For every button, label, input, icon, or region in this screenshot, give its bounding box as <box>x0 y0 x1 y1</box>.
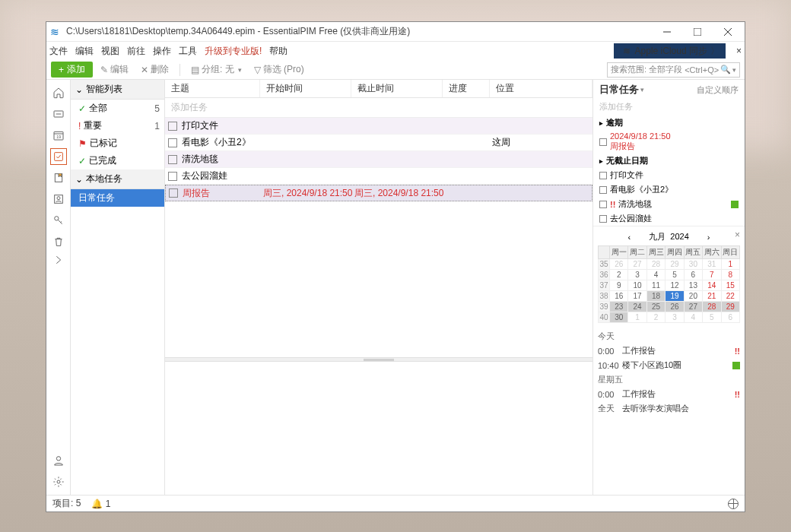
app-icon: ≋ <box>48 25 62 39</box>
card-icon[interactable] <box>50 106 67 122</box>
user-icon[interactable] <box>50 452 67 469</box>
sec-overdue[interactable]: ▸逾期 <box>593 116 745 130</box>
maximize-button[interactable] <box>682 22 713 42</box>
close-button[interactable] <box>713 22 743 42</box>
edit-button[interactable]: ✎编辑 <box>96 62 133 78</box>
right-add-task[interactable]: 添加任务 <box>593 100 745 116</box>
gear-icon[interactable] <box>50 473 67 490</box>
checkbox[interactable] <box>169 188 178 198</box>
table-row[interactable]: 去公园溜娃 <box>165 168 592 185</box>
svg-point-12 <box>57 197 60 200</box>
checkbox[interactable] <box>599 201 607 208</box>
calendar-close[interactable]: × <box>735 230 740 240</box>
delete-button[interactable]: ✕删除 <box>136 62 173 78</box>
list-item[interactable]: 看电影《小丑2》 <box>593 182 745 197</box>
menu-view[interactable]: 视图 <box>101 45 119 58</box>
menu-file[interactable]: 文件 <box>49 45 68 58</box>
col-location[interactable]: 位置 <box>490 80 592 97</box>
group-button[interactable]: ▤分组: 无▾ <box>186 62 246 78</box>
bell-icon: 🔔 <box>91 499 103 509</box>
menubar: 文件 编辑 视图 前往 操作 工具 升级到专业版! 帮助 ≋ Apple iCl… <box>46 42 745 60</box>
tree-item-important[interactable]: !重要1 <box>71 117 164 135</box>
tree-section-local[interactable]: ⌄本地任务 <box>71 169 164 189</box>
chevron-down-icon: ⌄ <box>75 174 83 185</box>
important-icon: !! <box>735 390 740 399</box>
checkbox[interactable] <box>599 215 607 223</box>
pencil-icon: ✎ <box>100 65 108 75</box>
chevron-right-icon[interactable] <box>50 255 67 265</box>
sec-nodue[interactable]: ▸无截止日期 <box>593 154 745 168</box>
tasks-icon[interactable] <box>50 148 67 165</box>
agenda-row[interactable]: 0:00工作报告!! <box>598 344 740 358</box>
prev-month[interactable]: ‹ <box>628 233 631 242</box>
trash-icon[interactable] <box>50 233 67 250</box>
tree-item-daily[interactable]: 日常任务 <box>71 189 164 207</box>
checkbox[interactable] <box>168 172 177 181</box>
chevron-down-icon[interactable]: ▾ <box>732 66 736 74</box>
status-items: 项目: 5 <box>52 497 81 510</box>
checkbox[interactable] <box>168 122 177 131</box>
notes-icon[interactable] <box>50 169 67 186</box>
tree-item-flagged[interactable]: ⚑已标记 <box>71 135 164 152</box>
svg-point-14 <box>56 457 60 461</box>
col-subject[interactable]: 主题 <box>165 80 260 97</box>
calendar-icon[interactable]: 19 <box>50 127 67 144</box>
globe-icon[interactable] <box>728 499 739 509</box>
agenda-row[interactable]: 10:40楼下小区跑10圈 <box>598 358 740 372</box>
next-month[interactable]: › <box>707 233 710 242</box>
category-badge <box>731 201 739 208</box>
col-due[interactable]: 截止时间 <box>351 80 443 97</box>
chevron-down-icon: ⌄ <box>75 84 83 95</box>
filter-button[interactable]: ▽筛选 (Pro) <box>249 62 309 78</box>
sort-order[interactable]: 自定义顺序 <box>697 84 739 96</box>
agenda-row[interactable]: 全天去听张学友演唱会 <box>598 401 740 416</box>
cloud-sync-label: Apple iCloud 同步 <box>635 45 707 58</box>
home-icon[interactable] <box>50 84 67 101</box>
menu-actions[interactable]: 操作 <box>153 45 171 58</box>
menu-edit[interactable]: 编辑 <box>75 45 94 58</box>
task-rows: 打印文件看电影《小丑2》这周清洗地毯去公园溜娃周报告周三, 2024/9/18 … <box>165 118 592 201</box>
search-input[interactable]: 搜索范围: 全部字段 <Ctrl+Q> 🔍 ▾ <box>607 62 740 78</box>
add-task-row[interactable]: 添加任务 <box>165 98 592 118</box>
minimize-button[interactable] <box>652 22 682 42</box>
list-item[interactable]: !!清洗地毯 <box>593 197 745 211</box>
chevron-down-icon[interactable]: ▾ <box>640 86 644 93</box>
menu-help[interactable]: 帮助 <box>269 45 287 58</box>
status-bell[interactable]: 🔔 1 <box>91 499 110 509</box>
table-row[interactable]: 打印文件 <box>165 118 592 135</box>
tree-item-done[interactable]: ✓已完成 <box>71 152 164 169</box>
cloud-sync-banner[interactable]: ≋ Apple iCloud 同步 〉 <box>614 43 726 59</box>
list-item[interactable]: 去公园溜娃 <box>593 211 745 226</box>
list-item[interactable]: 打印文件 <box>593 168 745 182</box>
agenda-row[interactable]: 0:00工作报告!! <box>598 387 740 401</box>
col-progress[interactable]: 进度 <box>443 80 490 97</box>
chevron-right-icon: 〉 <box>710 45 720 58</box>
col-start[interactable]: 开始时间 <box>260 80 351 97</box>
overdue-item[interactable]: 2024/9/18 21:50周报告 <box>593 130 745 154</box>
menu-tools[interactable]: 工具 <box>179 45 197 58</box>
tree-item-all[interactable]: ✓全部5 <box>71 100 164 117</box>
checkbox[interactable] <box>168 155 177 164</box>
check-icon: ✓ <box>78 156 86 166</box>
calendar-grid[interactable]: 周一周二周三周四周五周六周日35262728293031136234567837… <box>598 245 740 323</box>
add-button[interactable]: +添加 <box>51 62 93 78</box>
contacts-icon[interactable] <box>50 191 67 207</box>
toolbar: +添加 ✎编辑 ✕删除 ▤分组: 无▾ ▽筛选 (Pro) 搜索范围: 全部字段… <box>46 60 745 80</box>
splitter[interactable] <box>165 357 592 362</box>
checkbox[interactable] <box>168 138 177 147</box>
checkbox[interactable] <box>599 172 607 179</box>
table-row[interactable]: 周报告周三, 2024/9/18 21:50周三, 2024/9/18 21:5… <box>165 185 592 201</box>
window-title: C:\Users\18181\Desktop\temp.34A06449.epi… <box>66 25 652 38</box>
menu-go[interactable]: 前往 <box>127 45 145 58</box>
tree-section-smart[interactable]: ⌄智能列表 <box>71 80 164 100</box>
table-row[interactable]: 看电影《小丑2》这周 <box>165 135 592 151</box>
passwords-icon[interactable] <box>50 212 67 229</box>
group-icon: ▤ <box>191 65 199 75</box>
table-row[interactable]: 清洗地毯 <box>165 151 592 168</box>
module-rail: 19 <box>46 80 71 495</box>
checkbox[interactable] <box>599 186 607 194</box>
app-window: ≋ C:\Users\18181\Desktop\temp.34A06449.e… <box>46 21 745 512</box>
menu-upgrade[interactable]: 升级到专业版! <box>205 45 262 58</box>
cloud-banner-close[interactable]: × <box>736 46 742 56</box>
checkbox[interactable] <box>599 138 607 146</box>
